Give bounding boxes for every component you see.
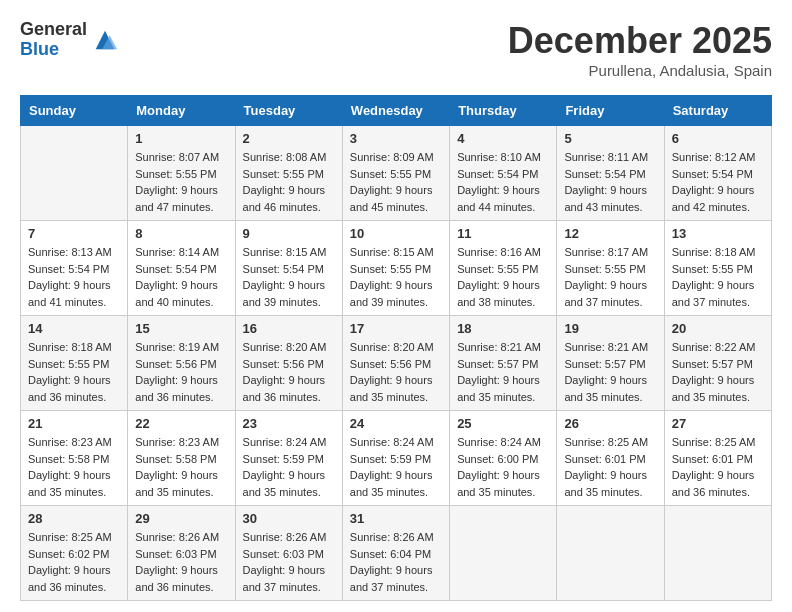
calendar-cell: 3Sunrise: 8:09 AMSunset: 5:55 PMDaylight… (342, 126, 449, 221)
sunset: Sunset: 5:59 PM (243, 453, 324, 465)
daylight: Daylight: 9 hours and 46 minutes. (243, 184, 326, 213)
sunset: Sunset: 5:56 PM (243, 358, 324, 370)
sunrise: Sunrise: 8:07 AM (135, 151, 219, 163)
day-number: 23 (243, 416, 335, 431)
calendar-cell: 20Sunrise: 8:22 AMSunset: 5:57 PMDayligh… (664, 316, 771, 411)
day-number: 11 (457, 226, 549, 241)
calendar-cell: 31Sunrise: 8:26 AMSunset: 6:04 PMDayligh… (342, 506, 449, 601)
month-title: December 2025 (508, 20, 772, 62)
sunrise: Sunrise: 8:21 AM (564, 341, 648, 353)
cell-content: Sunrise: 8:10 AMSunset: 5:54 PMDaylight:… (457, 149, 549, 215)
calendar-cell (557, 506, 664, 601)
cell-content: Sunrise: 8:23 AMSunset: 5:58 PMDaylight:… (135, 434, 227, 500)
calendar-cell: 6Sunrise: 8:12 AMSunset: 5:54 PMDaylight… (664, 126, 771, 221)
daylight: Daylight: 9 hours and 36 minutes. (243, 374, 326, 403)
cell-content: Sunrise: 8:17 AMSunset: 5:55 PMDaylight:… (564, 244, 656, 310)
sunrise: Sunrise: 8:22 AM (672, 341, 756, 353)
day-number: 9 (243, 226, 335, 241)
day-number: 3 (350, 131, 442, 146)
calendar-week-row: 21Sunrise: 8:23 AMSunset: 5:58 PMDayligh… (21, 411, 772, 506)
title-section: December 2025 Purullena, Andalusia, Spai… (508, 20, 772, 79)
sunset: Sunset: 6:00 PM (457, 453, 538, 465)
calendar-cell: 18Sunrise: 8:21 AMSunset: 5:57 PMDayligh… (450, 316, 557, 411)
cell-content: Sunrise: 8:12 AMSunset: 5:54 PMDaylight:… (672, 149, 764, 215)
daylight: Daylight: 9 hours and 42 minutes. (672, 184, 755, 213)
day-number: 4 (457, 131, 549, 146)
calendar-cell: 11Sunrise: 8:16 AMSunset: 5:55 PMDayligh… (450, 221, 557, 316)
cell-content: Sunrise: 8:19 AMSunset: 5:56 PMDaylight:… (135, 339, 227, 405)
weekday-header: Monday (128, 96, 235, 126)
daylight: Daylight: 9 hours and 35 minutes. (350, 374, 433, 403)
cell-content: Sunrise: 8:25 AMSunset: 6:02 PMDaylight:… (28, 529, 120, 595)
cell-content: Sunrise: 8:16 AMSunset: 5:55 PMDaylight:… (457, 244, 549, 310)
cell-content: Sunrise: 8:21 AMSunset: 5:57 PMDaylight:… (457, 339, 549, 405)
daylight: Daylight: 9 hours and 37 minutes. (350, 564, 433, 593)
cell-content: Sunrise: 8:18 AMSunset: 5:55 PMDaylight:… (672, 244, 764, 310)
sunset: Sunset: 5:55 PM (672, 263, 753, 275)
day-number: 8 (135, 226, 227, 241)
calendar-week-row: 28Sunrise: 8:25 AMSunset: 6:02 PMDayligh… (21, 506, 772, 601)
daylight: Daylight: 9 hours and 39 minutes. (243, 279, 326, 308)
calendar-cell: 26Sunrise: 8:25 AMSunset: 6:01 PMDayligh… (557, 411, 664, 506)
sunset: Sunset: 5:58 PM (28, 453, 109, 465)
weekday-header: Wednesday (342, 96, 449, 126)
daylight: Daylight: 9 hours and 40 minutes. (135, 279, 218, 308)
cell-content: Sunrise: 8:24 AMSunset: 5:59 PMDaylight:… (243, 434, 335, 500)
weekday-header: Saturday (664, 96, 771, 126)
calendar-cell: 2Sunrise: 8:08 AMSunset: 5:55 PMDaylight… (235, 126, 342, 221)
sunrise: Sunrise: 8:25 AM (672, 436, 756, 448)
sunrise: Sunrise: 8:26 AM (135, 531, 219, 543)
sunrise: Sunrise: 8:08 AM (243, 151, 327, 163)
sunset: Sunset: 5:54 PM (457, 168, 538, 180)
sunset: Sunset: 5:57 PM (457, 358, 538, 370)
sunrise: Sunrise: 8:10 AM (457, 151, 541, 163)
daylight: Daylight: 9 hours and 41 minutes. (28, 279, 111, 308)
sunrise: Sunrise: 8:24 AM (243, 436, 327, 448)
calendar-cell: 17Sunrise: 8:20 AMSunset: 5:56 PMDayligh… (342, 316, 449, 411)
cell-content: Sunrise: 8:15 AMSunset: 5:55 PMDaylight:… (350, 244, 442, 310)
sunrise: Sunrise: 8:23 AM (28, 436, 112, 448)
day-number: 25 (457, 416, 549, 431)
day-number: 19 (564, 321, 656, 336)
sunrise: Sunrise: 8:16 AM (457, 246, 541, 258)
calendar-cell (450, 506, 557, 601)
calendar-cell: 14Sunrise: 8:18 AMSunset: 5:55 PMDayligh… (21, 316, 128, 411)
cell-content: Sunrise: 8:25 AMSunset: 6:01 PMDaylight:… (672, 434, 764, 500)
calendar-cell: 21Sunrise: 8:23 AMSunset: 5:58 PMDayligh… (21, 411, 128, 506)
day-number: 15 (135, 321, 227, 336)
sunrise: Sunrise: 8:24 AM (350, 436, 434, 448)
sunrise: Sunrise: 8:15 AM (350, 246, 434, 258)
sunset: Sunset: 5:59 PM (350, 453, 431, 465)
sunset: Sunset: 6:04 PM (350, 548, 431, 560)
day-number: 27 (672, 416, 764, 431)
daylight: Daylight: 9 hours and 37 minutes. (243, 564, 326, 593)
calendar-cell: 8Sunrise: 8:14 AMSunset: 5:54 PMDaylight… (128, 221, 235, 316)
calendar-cell: 28Sunrise: 8:25 AMSunset: 6:02 PMDayligh… (21, 506, 128, 601)
calendar-cell: 30Sunrise: 8:26 AMSunset: 6:03 PMDayligh… (235, 506, 342, 601)
calendar-cell: 12Sunrise: 8:17 AMSunset: 5:55 PMDayligh… (557, 221, 664, 316)
daylight: Daylight: 9 hours and 35 minutes. (457, 469, 540, 498)
day-number: 31 (350, 511, 442, 526)
day-number: 2 (243, 131, 335, 146)
cell-content: Sunrise: 8:21 AMSunset: 5:57 PMDaylight:… (564, 339, 656, 405)
sunset: Sunset: 5:56 PM (350, 358, 431, 370)
day-number: 24 (350, 416, 442, 431)
sunset: Sunset: 5:54 PM (135, 263, 216, 275)
cell-content: Sunrise: 8:09 AMSunset: 5:55 PMDaylight:… (350, 149, 442, 215)
sunrise: Sunrise: 8:14 AM (135, 246, 219, 258)
cell-content: Sunrise: 8:26 AMSunset: 6:03 PMDaylight:… (135, 529, 227, 595)
day-number: 30 (243, 511, 335, 526)
calendar-cell: 5Sunrise: 8:11 AMSunset: 5:54 PMDaylight… (557, 126, 664, 221)
day-number: 17 (350, 321, 442, 336)
logo: General Blue (20, 20, 119, 60)
calendar-cell: 23Sunrise: 8:24 AMSunset: 5:59 PMDayligh… (235, 411, 342, 506)
day-number: 7 (28, 226, 120, 241)
daylight: Daylight: 9 hours and 39 minutes. (350, 279, 433, 308)
sunset: Sunset: 5:58 PM (135, 453, 216, 465)
sunrise: Sunrise: 8:17 AM (564, 246, 648, 258)
weekday-header: Thursday (450, 96, 557, 126)
logo-icon (91, 26, 119, 54)
sunset: Sunset: 5:55 PM (28, 358, 109, 370)
day-number: 10 (350, 226, 442, 241)
sunrise: Sunrise: 8:19 AM (135, 341, 219, 353)
